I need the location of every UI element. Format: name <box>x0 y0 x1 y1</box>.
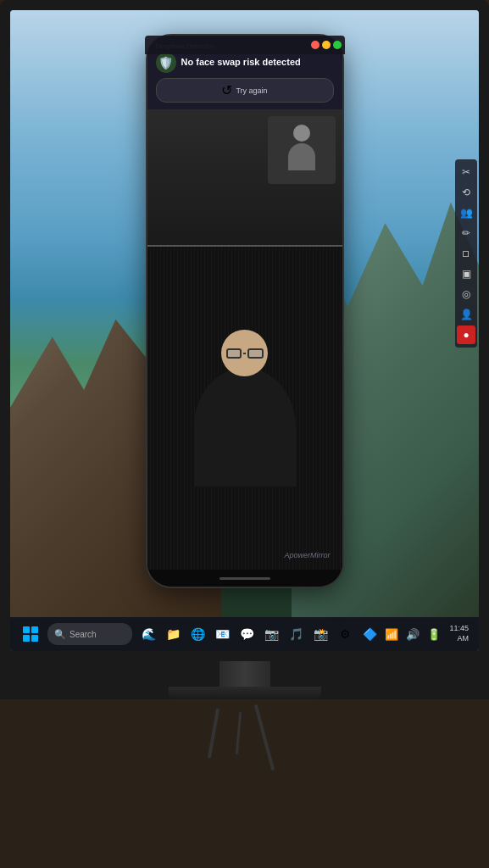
taskbar-ampm: AM <box>449 634 469 644</box>
taskbar-icons: 🌊 📁 🌐 📧 💬 📷 🎵 📸 ⚙ 🔷 <box>137 623 382 645</box>
taskbar-icon-instagram[interactable]: 📸 <box>309 623 331 645</box>
taskbar-icon-chat[interactable]: 💬 <box>236 623 258 645</box>
apower-watermark: ApowerMirror <box>284 551 330 559</box>
apower-titlebar <box>145 36 345 54</box>
person-head <box>221 330 268 376</box>
person-figure <box>194 330 296 487</box>
stand-base <box>169 687 321 699</box>
taskbar-icon-app2[interactable]: 🔷 <box>358 623 381 645</box>
phone-screen: Deepfake Detection 🛡️ No face swap risk … <box>147 36 342 570</box>
remote-video-thumb <box>268 116 336 184</box>
toolbar-btn-profile[interactable]: 👤 <box>457 305 475 324</box>
glasses-bridge <box>243 353 247 354</box>
toolbar-btn-rotate[interactable]: ⟲ <box>457 183 475 202</box>
win-logo-bl <box>23 635 30 642</box>
video-top <box>147 109 342 245</box>
video-bottom: ApowerMirror <box>147 247 342 570</box>
person-silhouette-small <box>285 125 319 175</box>
start-button[interactable] <box>17 622 44 646</box>
search-icon: 🔍 <box>54 629 66 640</box>
stand-neck <box>219 661 270 687</box>
titlebar-dot-yellow[interactable] <box>322 41 331 49</box>
small-body <box>288 143 315 170</box>
taskbar-battery-icon[interactable]: 🔋 <box>425 625 443 643</box>
toolbar-btn-screenshot[interactable]: ✂ <box>457 163 475 181</box>
monitor-outer: Deepfake Detection 🛡️ No face swap risk … <box>0 0 489 661</box>
detection-text: No face swap risk detected <box>181 57 301 68</box>
glasses-left <box>226 348 242 359</box>
taskbar-network-icon[interactable]: 📶 <box>382 625 401 643</box>
taskbar-icon-camera[interactable]: 📷 <box>260 623 282 645</box>
taskbar-time[interactable]: 11:45 AM <box>446 624 472 643</box>
titlebar-dot-green[interactable] <box>333 41 342 49</box>
monitor-stand <box>0 661 489 699</box>
taskbar-search[interactable]: 🔍 Search <box>47 623 132 645</box>
cable-3 <box>236 712 242 754</box>
win-logo-tr <box>31 626 38 633</box>
taskbar-clock: 11:45 <box>449 624 469 634</box>
taskbar-icon-music[interactable]: 🎵 <box>285 623 307 645</box>
toolbar-btn-users[interactable]: 👥 <box>457 203 475 222</box>
monitor-screen: Deepfake Detection 🛡️ No face swap risk … <box>10 10 479 651</box>
try-again-label: Try again <box>236 86 267 95</box>
toolbar-btn-red[interactable]: ● <box>457 326 475 344</box>
person-glasses <box>226 348 264 359</box>
taskbar: 🔍 Search 🌊 📁 🌐 📧 💬 📷 🎵 📸 ⚙ 🔷 📶 🔊 🔋 <box>10 617 479 651</box>
taskbar-icon-mail[interactable]: 📧 <box>211 623 233 645</box>
cable-1 <box>208 708 219 759</box>
taskbar-icon-app1[interactable]: ⚙ <box>334 623 356 645</box>
detection-icon: 🛡️ <box>156 53 176 73</box>
detection-result: 🛡️ No face swap risk detected <box>156 53 334 73</box>
toolbar-btn-window[interactable]: ▣ <box>457 264 475 283</box>
person-body <box>194 368 296 487</box>
small-head <box>293 125 310 142</box>
home-indicator[interactable] <box>219 577 270 580</box>
glasses-right <box>247 348 263 359</box>
titlebar-dot-red[interactable] <box>311 41 320 49</box>
windows-logo <box>23 626 38 642</box>
taskbar-icon-edge[interactable]: 🌐 <box>186 623 208 645</box>
phone-frame: Deepfake Detection 🛡️ No face swap risk … <box>147 36 342 587</box>
taskbar-right: 📶 🔊 🔋 11:45 AM <box>382 624 472 643</box>
toolbar-btn-target[interactable]: ◎ <box>457 285 475 303</box>
taskbar-sound-icon[interactable]: 🔊 <box>403 625 422 643</box>
win-logo-br <box>31 635 38 642</box>
taskbar-icon-folder[interactable]: 📁 <box>162 623 184 645</box>
taskbar-icon-explorer[interactable]: 🌊 <box>137 623 159 645</box>
cable-2 <box>254 704 275 771</box>
apower-toolbar: ✂ ⟲ 👥 ✏ 🗆 ▣ ◎ 👤 ● <box>455 159 477 348</box>
phone-mirror-window: Deepfake Detection 🛡️ No face swap risk … <box>147 36 342 587</box>
toolbar-btn-copy[interactable]: 🗆 <box>457 244 475 263</box>
try-again-icon: ↺ <box>221 82 232 98</box>
try-again-button[interactable]: ↺ Try again <box>156 78 334 103</box>
phone-bottom-bar <box>147 570 342 587</box>
search-text: Search <box>69 630 97 639</box>
toolbar-btn-draw[interactable]: ✏ <box>457 224 475 242</box>
win-logo-tl <box>23 626 30 633</box>
